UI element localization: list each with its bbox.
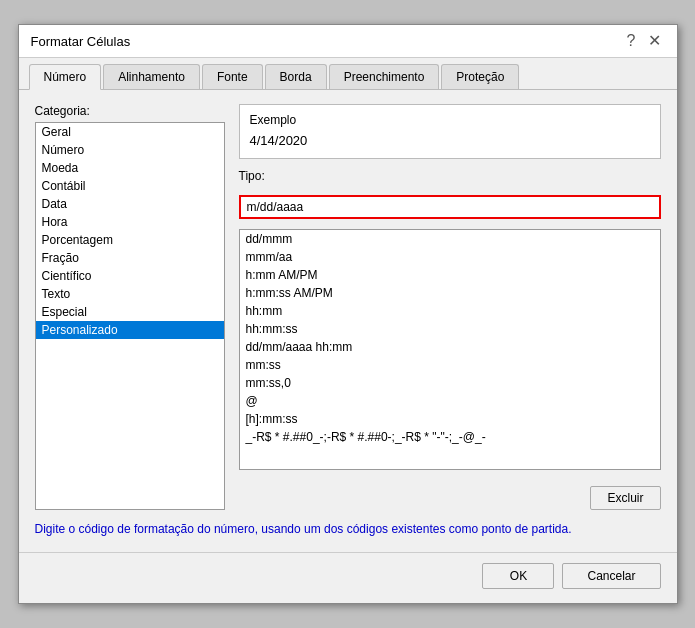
- tab-numero[interactable]: Número: [29, 64, 102, 90]
- tab-protecao[interactable]: Proteção: [441, 64, 519, 89]
- tipo-input[interactable]: [239, 195, 661, 219]
- excluir-button[interactable]: Excluir: [590, 486, 660, 510]
- title-bar: Formatar Células ? ✕: [19, 25, 677, 58]
- bottom-row: Excluir: [239, 486, 661, 510]
- format-item-8[interactable]: mm:ss,0: [240, 374, 660, 392]
- example-box: Exemplo 4/14/2020: [239, 104, 661, 159]
- format-item-7[interactable]: mm:ss: [240, 356, 660, 374]
- format-cells-dialog: Formatar Células ? ✕ Número Alinhamento …: [18, 24, 678, 604]
- example-label: Exemplo: [250, 113, 650, 127]
- tab-borda[interactable]: Borda: [265, 64, 327, 89]
- tabs-bar: Número Alinhamento Fonte Borda Preenchim…: [19, 58, 677, 90]
- format-item-0[interactable]: dd/mmm: [240, 230, 660, 248]
- format-item-9[interactable]: @: [240, 392, 660, 410]
- category-list[interactable]: GeralNúmeroMoedaContábilDataHoraPorcenta…: [36, 123, 224, 509]
- format-item-4[interactable]: hh:mm: [240, 302, 660, 320]
- category-item-porcentagem[interactable]: Porcentagem: [36, 231, 224, 249]
- format-item-10[interactable]: [h]:mm:ss: [240, 410, 660, 428]
- left-panel: Categoria: GeralNúmeroMoedaContábilDataH…: [35, 104, 225, 510]
- tab-alinhamento[interactable]: Alinhamento: [103, 64, 200, 89]
- format-list[interactable]: dd/mmmmmm/aah:mm AM/PMh:mm:ss AM/PMhh:mm…: [240, 230, 660, 469]
- format-item-5[interactable]: hh:mm:ss: [240, 320, 660, 338]
- tab-fonte[interactable]: Fonte: [202, 64, 263, 89]
- format-item-6[interactable]: dd/mm/aaaa hh:mm: [240, 338, 660, 356]
- format-item-3[interactable]: h:mm:ss AM/PM: [240, 284, 660, 302]
- right-panel: Exemplo 4/14/2020 Tipo: dd/mmmmmm/aah:mm…: [239, 104, 661, 510]
- close-button[interactable]: ✕: [644, 33, 665, 49]
- category-item-contabil[interactable]: Contábil: [36, 177, 224, 195]
- format-item-11[interactable]: _-R$ * #.##0_-;-R$ * #.##0-;_-R$ * "-"-;…: [240, 428, 660, 446]
- main-area: Categoria: GeralNúmeroMoedaContábilDataH…: [35, 104, 661, 510]
- category-item-cientifico[interactable]: Científico: [36, 267, 224, 285]
- tipo-label: Tipo:: [239, 169, 661, 183]
- category-list-wrapper: GeralNúmeroMoedaContábilDataHoraPorcenta…: [35, 122, 225, 510]
- title-controls: ? ✕: [623, 33, 665, 49]
- category-item-especial[interactable]: Especial: [36, 303, 224, 321]
- category-label: Categoria:: [35, 104, 225, 118]
- category-item-personalizado[interactable]: Personalizado: [36, 321, 224, 339]
- tab-content: Categoria: GeralNúmeroMoedaContábilDataH…: [19, 90, 677, 552]
- category-item-texto[interactable]: Texto: [36, 285, 224, 303]
- category-item-moeda[interactable]: Moeda: [36, 159, 224, 177]
- format-item-1[interactable]: mmm/aa: [240, 248, 660, 266]
- help-button[interactable]: ?: [623, 33, 640, 49]
- category-item-data[interactable]: Data: [36, 195, 224, 213]
- format-list-wrapper: dd/mmmmmm/aah:mm AM/PMh:mm:ss AM/PMhh:mm…: [239, 229, 661, 470]
- tab-preenchimento[interactable]: Preenchimento: [329, 64, 440, 89]
- category-item-fracao[interactable]: Fração: [36, 249, 224, 267]
- hint-text: Digite o código de formatação do número,…: [35, 520, 661, 538]
- format-item-2[interactable]: h:mm AM/PM: [240, 266, 660, 284]
- example-value: 4/14/2020: [250, 131, 650, 150]
- dialog-title: Formatar Células: [31, 34, 131, 49]
- dialog-footer: OK Cancelar: [19, 552, 677, 603]
- category-item-geral[interactable]: Geral: [36, 123, 224, 141]
- category-item-numero[interactable]: Número: [36, 141, 224, 159]
- cancelar-button[interactable]: Cancelar: [562, 563, 660, 589]
- category-item-hora[interactable]: Hora: [36, 213, 224, 231]
- ok-button[interactable]: OK: [482, 563, 554, 589]
